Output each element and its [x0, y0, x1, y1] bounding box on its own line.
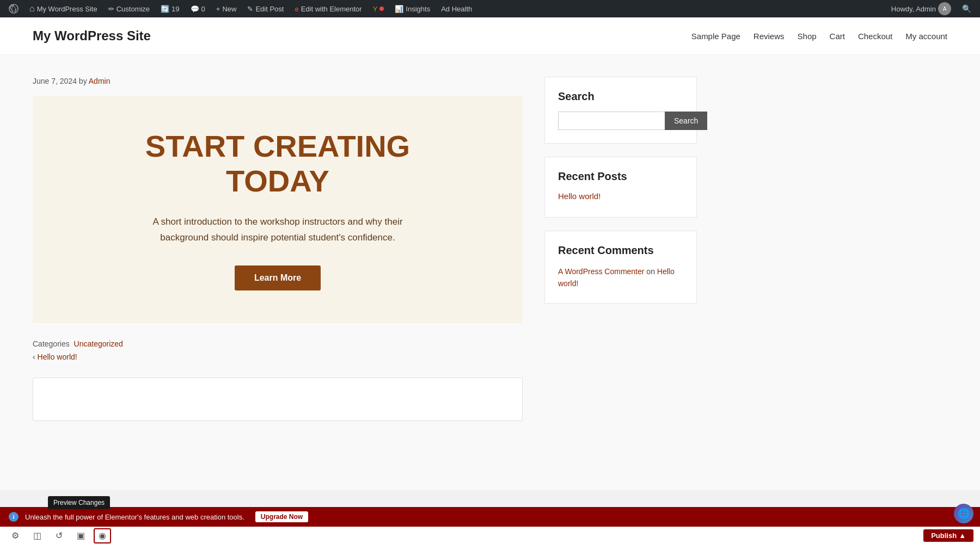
- post-footer: Categories Uncategorized ‹ Hello world!: [33, 339, 523, 361]
- layers-toolbar-button[interactable]: ◫: [28, 528, 46, 543]
- adminbar-insights[interactable]: 📊 Insights: [390, 0, 434, 17]
- recent-posts-title: Recent Posts: [558, 170, 683, 183]
- comments-section: [33, 378, 523, 421]
- adminbar-howdy[interactable]: Howdy, Admin A: [887, 0, 955, 17]
- publish-button[interactable]: Publish ▲: [923, 529, 973, 542]
- post-author-label: by: [79, 77, 87, 85]
- preview-toolbar-button[interactable]: ◉: [94, 528, 111, 543]
- adminbar-comments[interactable]: 💬 0: [186, 0, 210, 17]
- adminbar-updates[interactable]: 🔄 19: [156, 0, 183, 17]
- recent-post-link-0[interactable]: Hello world!: [558, 191, 683, 201]
- post-date: June 7, 2024: [33, 77, 77, 85]
- post-categories: Categories Uncategorized: [33, 339, 523, 348]
- post-nav: ‹ Hello world!: [33, 353, 523, 361]
- post-author-link[interactable]: Admin: [89, 77, 111, 85]
- responsive-toolbar-button[interactable]: ▣: [72, 528, 89, 543]
- history-toolbar-button[interactable]: ↺: [50, 528, 68, 543]
- adminbar-ad-health[interactable]: Ad Health: [437, 0, 476, 17]
- elementor-message: Unleash the full power of Elementor's fe…: [25, 513, 244, 521]
- commenter-link[interactable]: A WordPress Commenter: [558, 267, 644, 276]
- preview-icon: ◉: [99, 530, 106, 541]
- wp-icon: [9, 4, 19, 14]
- adminbar-search[interactable]: 🔍: [958, 0, 976, 17]
- site-wrapper: My WordPress Site Sample Page Reviews Sh…: [0, 17, 980, 490]
- sidebar: Search Search Recent Posts Hello world! …: [544, 77, 697, 468]
- nav-cart[interactable]: Cart: [830, 32, 845, 41]
- admin-bar: ⌂ My WordPress Site ✏ Customize 🔄 19 💬 0…: [0, 0, 980, 17]
- search-input[interactable]: [558, 112, 665, 130]
- hero-block: START CREATING TODAY A short introductio…: [33, 96, 523, 323]
- adminbar-yoast[interactable]: Y: [369, 0, 389, 17]
- site-title[interactable]: My WordPress Site: [33, 28, 151, 44]
- nav-sample-page[interactable]: Sample Page: [691, 32, 740, 41]
- nav-shop[interactable]: Shop: [798, 32, 817, 41]
- publish-arrow-icon: ▲: [959, 531, 966, 540]
- prev-arrow: ‹: [33, 353, 38, 361]
- adminbar-wp-logo[interactable]: [4, 0, 23, 17]
- preview-tooltip: Preview Changes: [48, 496, 110, 509]
- settings-icon: ⚙: [11, 530, 19, 541]
- layers-icon: ◫: [33, 530, 41, 541]
- yoast-dot: [379, 7, 384, 11]
- site-header: My WordPress Site Sample Page Reviews Sh…: [0, 17, 980, 55]
- nav-my-account[interactable]: My account: [905, 32, 947, 41]
- adminbar-left: ⌂ My WordPress Site ✏ Customize 🔄 19 💬 0…: [4, 0, 476, 17]
- adminbar-elementor[interactable]: e Edit with Elementor: [290, 0, 366, 17]
- category-link[interactable]: Uncategorized: [74, 339, 123, 348]
- search-widget: Search Search: [544, 77, 697, 144]
- hero-title: START CREATING TODAY: [54, 129, 501, 199]
- nav-checkout[interactable]: Checkout: [858, 32, 892, 41]
- elementor-toolbar: ⚙ ◫ ↺ ▣ ◉ Publish ▲: [0, 527, 980, 544]
- categories-label: Categories: [33, 339, 70, 348]
- search-box: Search: [558, 112, 683, 130]
- upgrade-now-button[interactable]: Upgrade Now: [255, 511, 308, 522]
- adminbar-edit-post[interactable]: ✎ Edit Post: [243, 0, 288, 17]
- responsive-icon: ▣: [77, 530, 85, 541]
- content-area: June 7, 2024 by Admin START CREATING TOD…: [33, 77, 523, 468]
- search-widget-title: Search: [558, 90, 683, 103]
- settings-toolbar-button[interactable]: ⚙: [7, 528, 24, 543]
- adminbar-site-name[interactable]: ⌂ My WordPress Site: [25, 0, 102, 17]
- prev-post-link[interactable]: Hello world!: [38, 353, 77, 361]
- learn-more-button[interactable]: Learn More: [235, 265, 321, 290]
- adminbar-right: Howdy, Admin A 🔍: [887, 0, 976, 17]
- hero-subtitle: A short introduction to the workshop ins…: [131, 214, 425, 246]
- adminbar-customize[interactable]: ✏ Customize: [104, 0, 154, 17]
- comment-action: on: [646, 267, 655, 276]
- nav-reviews[interactable]: Reviews: [754, 32, 785, 41]
- main-container: June 7, 2024 by Admin START CREATING TOD…: [0, 55, 980, 490]
- elementor-bar: i Unleash the full power of Elementor's …: [0, 507, 980, 527]
- info-icon: i: [9, 512, 19, 522]
- search-button[interactable]: Search: [665, 112, 707, 130]
- history-icon: ↺: [56, 530, 63, 541]
- adminbar-new[interactable]: + New: [212, 0, 241, 17]
- site-nav: Sample Page Reviews Shop Cart Checkout M…: [691, 32, 947, 41]
- comment-item-0: A WordPress Commenter on Hello world!: [558, 265, 683, 290]
- globe-icon[interactable]: 🌐: [954, 504, 973, 523]
- recent-posts-widget: Recent Posts Hello world!: [544, 157, 697, 218]
- avatar: A: [938, 2, 951, 15]
- post-meta: June 7, 2024 by Admin: [33, 77, 523, 85]
- recent-comments-title: Recent Comments: [558, 244, 683, 257]
- recent-comments-widget: Recent Comments A WordPress Commenter on…: [544, 231, 697, 304]
